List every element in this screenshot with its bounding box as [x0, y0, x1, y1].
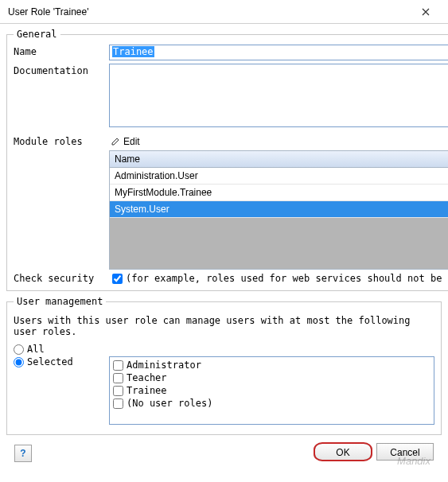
module-roles-table[interactable]: Name ▲ Administration.User MyFirstModule…	[109, 150, 448, 270]
name-input[interactable]: Trainee	[109, 45, 448, 60]
role-label: Trainee	[127, 385, 167, 396]
module-roles-label: Module roles	[14, 134, 109, 147]
role-label: Teacher	[127, 372, 167, 383]
user-management-group: User management Users with this user rol…	[6, 296, 442, 435]
name-label: Name	[14, 45, 109, 57]
table-cell: MyFirstModule.Trainee	[115, 187, 212, 198]
help-button[interactable]: ?	[14, 445, 32, 462]
table-cell: Administration.User	[115, 170, 198, 181]
list-item[interactable]: Trainee	[113, 384, 430, 397]
close-icon	[422, 8, 430, 16]
role-checkbox[interactable]	[113, 360, 123, 371]
pencil-icon	[111, 137, 120, 146]
documentation-label: Documentation	[14, 64, 109, 76]
user-management-legend: User management	[14, 296, 106, 307]
role-checkbox[interactable]	[113, 398, 123, 409]
check-security-label: Check security	[14, 273, 109, 284]
check-security-desc: (for example, roles used for web service…	[126, 273, 448, 284]
radio-all-label: All	[27, 344, 45, 355]
radio-selected-label: Selected	[27, 356, 73, 367]
window-title: User Role 'Trainee'	[8, 6, 410, 17]
edit-button[interactable]: Edit	[111, 136, 140, 147]
ok-button[interactable]: OK	[314, 443, 372, 461]
table-row[interactable]: MyFirstModule.Trainee	[110, 185, 448, 201]
close-button[interactable]	[410, 1, 442, 23]
general-legend: General	[14, 29, 60, 40]
general-group: General Name Trainee Documentation Modul…	[6, 29, 448, 291]
table-row[interactable]: System.User	[110, 201, 448, 218]
role-checkbox[interactable]	[113, 373, 123, 383]
edit-label: Edit	[123, 136, 140, 147]
cancel-button[interactable]: Cancel	[376, 443, 434, 461]
radio-all[interactable]	[14, 344, 24, 355]
list-item[interactable]: Administrator	[113, 359, 430, 371]
table-header[interactable]: Name ▲	[110, 151, 448, 168]
list-item[interactable]: (No user roles)	[113, 397, 430, 410]
role-label: Administrator	[127, 360, 201, 371]
help-icon: ?	[20, 448, 25, 459]
role-checkbox[interactable]	[113, 386, 123, 396]
user-management-desc: Users with this user role can manage use…	[14, 315, 434, 337]
table-cell: System.User	[115, 204, 169, 215]
selected-roles-box: Administrator Teacher Trainee (No user r…	[109, 356, 434, 425]
role-label: (No user roles)	[127, 398, 212, 409]
documentation-input[interactable]	[109, 64, 448, 127]
table-header-name: Name	[115, 154, 140, 165]
titlebar: User Role 'Trainee'	[0, 0, 448, 24]
table-row[interactable]: Administration.User	[110, 168, 448, 185]
radio-selected[interactable]	[14, 357, 24, 367]
check-security-checkbox[interactable]	[112, 274, 123, 284]
name-value: Trainee	[112, 46, 154, 57]
list-item[interactable]: Teacher	[113, 371, 430, 384]
